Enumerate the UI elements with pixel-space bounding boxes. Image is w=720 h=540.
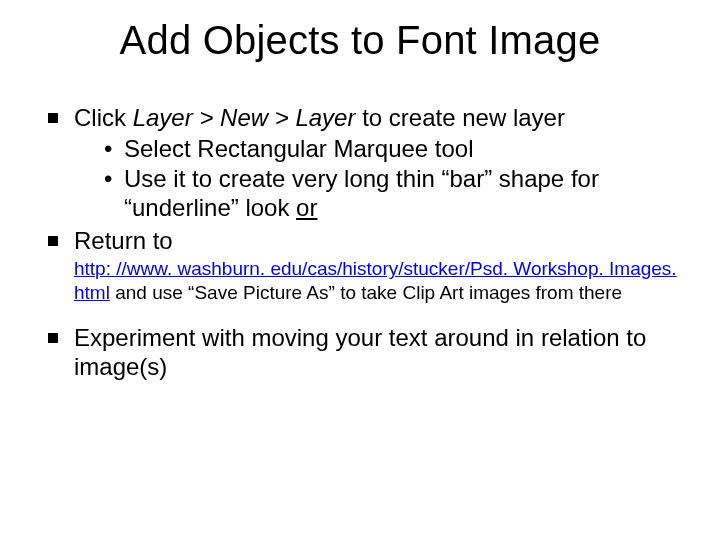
bullet-item-1: Click Layer > New > Layer to create new … [48, 103, 680, 222]
sub-bullet-1: Select Rectangular Marquee tool [104, 134, 680, 163]
sub-bullet-2: Use it to create very long thin “bar” sh… [104, 164, 680, 223]
sub-bullet-2-text: Use it to create very long thin “bar” sh… [124, 165, 599, 221]
sub-bullet-list: Select Rectangular Marquee tool Use it t… [74, 134, 680, 222]
spacer [40, 309, 680, 323]
bullet-list: Click Layer > New > Layer to create new … [40, 103, 680, 305]
slide: Add Objects to Font Image Click Layer > … [0, 0, 720, 540]
bullet-2-tail: and use “Save Picture As” to take Clip A… [110, 282, 622, 303]
bullet-1-pre: Click [74, 104, 133, 131]
bullet-1-post: to create new layer [355, 104, 564, 131]
bullet-1-em: Layer > New > Layer [133, 104, 356, 131]
bullet-item-2: Return to http: //www. washburn. edu/cas… [48, 226, 680, 305]
bullet-2-text: Return to [74, 227, 173, 254]
bullet-item-3: Experiment with moving your text around … [48, 323, 680, 382]
sub-bullet-2-or: or [296, 194, 317, 221]
bullet-2-subnote: http: //www. washburn. edu/cas/history/s… [74, 257, 680, 305]
bullet-list-2: Experiment with moving your text around … [40, 323, 680, 382]
slide-title: Add Objects to Font Image [40, 18, 680, 63]
